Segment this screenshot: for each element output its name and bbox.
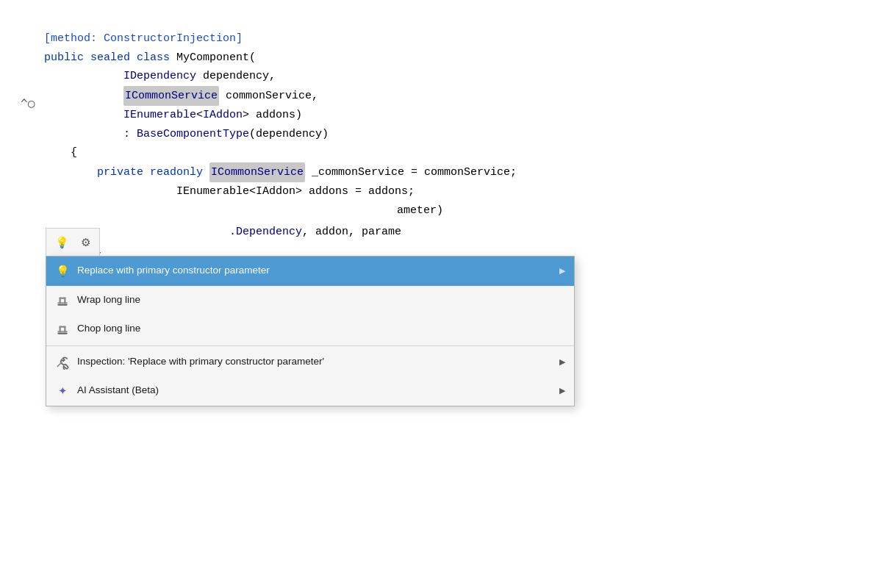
- base-type: BaseComponentType: [137, 125, 249, 144]
- svg-rect-5: [57, 332, 68, 334]
- context-menu: 💡 Replace with primary constructor param…: [46, 256, 575, 406]
- caret-marker: ^○: [21, 93, 35, 113]
- broom-chop-icon: [55, 320, 70, 339]
- code-line-5: IEnumerable<IAddon> addons): [44, 106, 882, 125]
- menu-item-wrap-label: Wrap long line: [77, 292, 565, 309]
- keyword-class: class: [137, 49, 176, 68]
- search-button[interactable]: ⚙: [76, 233, 95, 252]
- class-name: MyComponent: [176, 49, 249, 68]
- svg-rect-1: [57, 302, 68, 304]
- menu-item-chop-label: Chop long line: [77, 320, 565, 337]
- code-line-dependency: .Dependency, addon, parame: [44, 223, 882, 242]
- sparkle-icon: ✦: [55, 381, 70, 401]
- type-idependency: IDependency: [123, 67, 196, 86]
- svg-rect-9: [64, 326, 65, 332]
- menu-item-wrap[interactable]: Wrap long line: [46, 286, 574, 315]
- submenu-arrow-5: ▶: [559, 384, 565, 398]
- lightbulb-button[interactable]: 💡: [51, 233, 74, 252]
- code-line-ameter: ameter): [44, 201, 882, 220]
- menu-separator-1: [46, 345, 574, 346]
- svg-rect-4: [64, 297, 65, 304]
- lightbulb-active-icon: 💡: [55, 262, 70, 281]
- search-icon: ⚙: [81, 236, 90, 249]
- code-line-7: {: [44, 143, 882, 162]
- type-ienumerable: IEnumerable: [123, 106, 196, 125]
- svg-rect-0: [57, 304, 68, 305]
- lightbulb-icon: 💡: [55, 236, 69, 249]
- menu-item-inspection[interactable]: Inspection: 'Replace with primary constr…: [46, 348, 574, 377]
- menu-item-inspection-label: Inspection: 'Replace with primary constr…: [77, 354, 552, 370]
- keyword-public: public: [44, 49, 90, 68]
- code-attr-name: method: [51, 29, 90, 49]
- menu-item-replace-label: Replace with primary constructor paramet…: [77, 262, 552, 279]
- submenu-arrow-4: ▶: [559, 355, 565, 369]
- code-line-9: IEnumerable<IAddon> addons = addons;: [44, 182, 882, 201]
- menu-item-ai[interactable]: ✦ AI Assistant (Beta) ▶: [46, 376, 574, 406]
- code-line-2: public sealed class MyComponent(: [44, 49, 882, 68]
- submenu-arrow-1: ▶: [559, 264, 565, 278]
- quick-fix-toolbar: 💡 ⚙: [46, 228, 100, 256]
- broom-wrap-icon: [55, 291, 70, 310]
- menu-item-chop[interactable]: Chop long line: [46, 315, 574, 344]
- menu-item-ai-label: AI Assistant (Beta): [77, 382, 552, 399]
- menu-item-replace[interactable]: 💡 Replace with primary constructor param…: [46, 257, 574, 286]
- code-line-4: ICommonService commonService,: [44, 86, 882, 107]
- code-line-1: [method: ConstructorInjection]: [44, 29, 882, 49]
- keyword-sealed: sealed: [90, 49, 137, 68]
- code-attr-bracket: [: [44, 29, 51, 49]
- code-editor: ^○ [method: ConstructorInjection] public…: [0, 0, 882, 327]
- wrench-icon: [55, 353, 70, 372]
- svg-rect-6: [57, 331, 68, 332]
- code-line-6: : BaseComponentType(dependency): [44, 125, 882, 144]
- code-line-3: IDependency dependency,: [44, 67, 882, 86]
- code-line-8: private readonly ICommonService _commonS…: [44, 162, 882, 183]
- type-icommonservice-highlight: ICommonService: [123, 86, 219, 107]
